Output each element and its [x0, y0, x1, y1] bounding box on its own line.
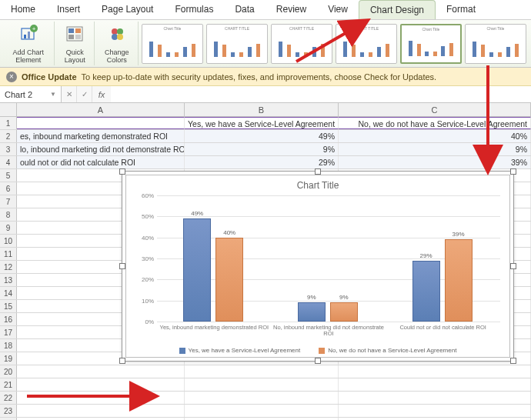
row-header-11[interactable]: 11 [0, 248, 17, 260]
cell-c21[interactable] [339, 378, 531, 391]
cell-a22[interactable] [17, 392, 185, 404]
tab-review[interactable]: Review [266, 0, 317, 19]
add-chart-element-label: Add Chart Element [8, 49, 49, 65]
row-header-23[interactable]: 23 [0, 405, 17, 417]
svg-point-10 [112, 28, 118, 35]
row-header-4[interactable]: 4 [0, 156, 17, 168]
tab-view[interactable]: View [317, 0, 359, 19]
chart-plot-area[interactable]: 0%10%20%30%40%50%60%49%40%Yes, inbound m… [157, 195, 500, 322]
chart-style-thumb-5[interactable]: Chart Title [400, 24, 462, 64]
chevron-down-icon[interactable]: ▼ [50, 91, 56, 98]
row-header-6[interactable]: 6 [0, 182, 17, 195]
cell-a2[interactable]: es, inbound marketing demonstrated ROI [17, 130, 185, 142]
accept-formula-icon[interactable]: ✓ [77, 86, 92, 102]
quick-layout-icon [64, 23, 85, 45]
cell-a1[interactable] [17, 117, 185, 129]
legend-item-1: Yes, we have a Service-Level Agreement [179, 347, 301, 354]
cell-b22[interactable] [185, 392, 339, 404]
cell-c4[interactable]: 39% [339, 156, 531, 168]
cell-c20[interactable] [339, 365, 531, 378]
chart-style-thumb-6[interactable]: Chart Title [465, 24, 526, 64]
add-chart-element-button[interactable]: + Add Chart Element [3, 22, 55, 65]
embedded-chart[interactable]: Chart Title 0%10%20%30%40%50%60%49%40%Ye… [122, 171, 514, 362]
bar-2-0[interactable]: 29% [412, 261, 440, 322]
cell-a3[interactable]: lo, inbound marketing did not demonstrat… [17, 143, 185, 155]
cancel-formula-icon[interactable]: ✕ [62, 86, 77, 102]
row-header-12[interactable]: 12 [0, 261, 17, 273]
tab-data[interactable]: Data [224, 0, 265, 19]
cell-b2[interactable]: 49% [185, 130, 339, 142]
bar-1-0[interactable]: 9% [298, 302, 326, 322]
cell-b23[interactable] [185, 405, 339, 417]
bar-0-0[interactable]: 49% [183, 218, 211, 322]
chart-style-thumb-1[interactable]: Chart Title [142, 24, 203, 64]
row-header-14[interactable]: 14 [0, 287, 17, 299]
fx-label[interactable]: fx [92, 86, 111, 102]
tab-formulas[interactable]: Formulas [164, 0, 224, 19]
row-header-10[interactable]: 10 [0, 235, 17, 247]
row-4: 4ould not or did not calculate ROI29%39% [0, 156, 531, 169]
row-header-5[interactable]: 5 [0, 169, 17, 182]
row-header-16[interactable]: 16 [0, 313, 17, 325]
name-box-value: Chart 2 [5, 90, 32, 99]
cell-b3[interactable]: 9% [185, 143, 339, 155]
svg-rect-2 [28, 32, 30, 38]
row-header-1[interactable]: 1 [0, 117, 17, 129]
cell-c2[interactable]: 40% [339, 130, 531, 142]
cell-b4[interactable]: 29% [185, 156, 339, 168]
tab-format[interactable]: Format [436, 0, 486, 19]
bar-1-1[interactable]: 9% [330, 302, 358, 322]
row-header-19[interactable]: 19 [0, 352, 17, 365]
cell-b21[interactable] [185, 378, 339, 391]
formula-bar: Chart 2 ▼ ✕ ✓ fx [0, 86, 531, 103]
chart-style-thumb-3[interactable]: CHART TITLE [271, 24, 332, 64]
row-21: 21 [0, 378, 531, 392]
row-header-9[interactable]: 9 [0, 222, 17, 234]
row-header-18[interactable]: 18 [0, 339, 17, 352]
cell-b1[interactable]: Yes, we have a Service-Level Agreement [185, 117, 339, 129]
x-category-2: Could not or did not calculate ROI [386, 322, 500, 331]
row-header-3[interactable]: 3 [0, 143, 17, 155]
row-header-7[interactable]: 7 [0, 195, 17, 208]
cell-c22[interactable] [339, 392, 531, 404]
row-header-8[interactable]: 8 [0, 208, 17, 221]
cell-b20[interactable] [185, 365, 339, 378]
row-header-17[interactable]: 17 [0, 326, 17, 338]
add-chart-element-icon: + [18, 23, 39, 45]
col-header-b[interactable]: B [185, 103, 339, 116]
row-header-15[interactable]: 15 [0, 300, 17, 312]
svg-rect-7 [75, 28, 81, 33]
change-colors-button[interactable]: Change Colors [96, 22, 139, 65]
tab-chart-design[interactable]: Chart Design [359, 0, 436, 19]
chart-title[interactable]: Chart Title [126, 175, 509, 192]
select-all-corner[interactable] [0, 103, 17, 116]
row-header-2[interactable]: 2 [0, 130, 17, 142]
cell-c1[interactable]: No, we do not have a Service-Level Agree… [339, 117, 531, 129]
row-header-22[interactable]: 22 [0, 392, 17, 404]
col-header-a[interactable]: A [17, 103, 185, 116]
row-header-13[interactable]: 13 [0, 274, 17, 286]
cell-a23[interactable] [17, 405, 185, 417]
chart-style-thumb-4[interactable]: CHART TITLE [336, 24, 397, 64]
cell-a20[interactable] [17, 365, 185, 378]
tab-insert[interactable]: Insert [46, 0, 91, 19]
tab-page-layout[interactable]: Page Layout [91, 0, 164, 19]
bar-2-1[interactable]: 39% [445, 239, 473, 322]
bar-0-1[interactable]: 40% [215, 238, 243, 322]
worksheet[interactable]: A B C 1Yes, we have a Service-Level Agre… [0, 103, 531, 420]
cell-c23[interactable] [339, 405, 531, 417]
chart-legend[interactable]: Yes, we have a Service-Level Agreement N… [126, 347, 509, 354]
cell-a21[interactable] [17, 378, 185, 391]
col-header-c[interactable]: C [339, 103, 531, 116]
chart-style-thumb-2[interactable]: CHART TITLE [206, 24, 268, 64]
name-box[interactable]: Chart 2 ▼ [0, 86, 62, 102]
cell-a4[interactable]: ould not or did not calculate ROI [17, 156, 185, 168]
tab-home[interactable]: Home [0, 0, 46, 19]
cell-c3[interactable]: 9% [339, 143, 531, 155]
quick-layout-button[interactable]: Quick Layout [56, 22, 95, 65]
close-icon[interactable]: × [6, 72, 17, 82]
row-header-20[interactable]: 20 [0, 365, 17, 378]
formula-input[interactable] [111, 86, 531, 102]
legend-label-2: No, we do not have a Service-Level Agree… [328, 347, 456, 354]
row-header-21[interactable]: 21 [0, 378, 17, 391]
